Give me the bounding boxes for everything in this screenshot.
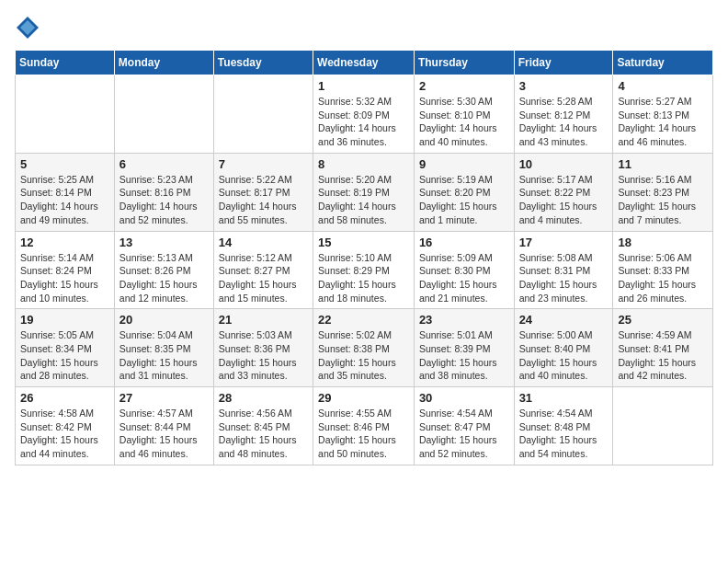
- day-number: 8: [318, 157, 409, 171]
- calendar-cell: 31Sunrise: 4:54 AMSunset: 8:48 PMDayligh…: [514, 387, 613, 465]
- day-info: Sunrise: 5:05 AMSunset: 8:34 PMDaylight:…: [20, 328, 109, 383]
- day-number: 26: [20, 391, 109, 405]
- day-header-thursday: Thursday: [414, 51, 514, 75]
- calendar-cell: 21Sunrise: 5:03 AMSunset: 8:36 PMDayligh…: [213, 309, 313, 387]
- day-header-wednesday: Wednesday: [313, 51, 415, 75]
- day-info: Sunrise: 5:04 AMSunset: 8:35 PMDaylight:…: [119, 328, 209, 383]
- day-number: 2: [419, 79, 509, 93]
- day-info: Sunrise: 5:30 AMSunset: 8:10 PMDaylight:…: [419, 95, 509, 149]
- day-info: Sunrise: 4:54 AMSunset: 8:47 PMDaylight:…: [419, 407, 509, 461]
- calendar-cell: 26Sunrise: 4:58 AMSunset: 8:42 PMDayligh…: [16, 387, 115, 465]
- day-number: 19: [20, 313, 109, 327]
- day-info: Sunrise: 4:57 AMSunset: 8:44 PMDaylight:…: [119, 407, 209, 461]
- calendar-cell: 29Sunrise: 4:55 AMSunset: 8:46 PMDayligh…: [313, 387, 415, 465]
- calendar-cell: 16Sunrise: 5:09 AMSunset: 8:30 PMDayligh…: [414, 231, 514, 309]
- calendar-week-row: 1Sunrise: 5:32 AMSunset: 8:09 PMDaylight…: [16, 75, 713, 154]
- calendar-cell: 3Sunrise: 5:28 AMSunset: 8:12 PMDaylight…: [514, 75, 613, 154]
- calendar-cell: 25Sunrise: 4:59 AMSunset: 8:41 PMDayligh…: [613, 309, 713, 387]
- calendar-cell: 17Sunrise: 5:08 AMSunset: 8:31 PMDayligh…: [514, 231, 613, 309]
- calendar-cell: 12Sunrise: 5:14 AMSunset: 8:24 PMDayligh…: [16, 231, 115, 309]
- calendar-cell: 6Sunrise: 5:23 AMSunset: 8:16 PMDaylight…: [114, 153, 213, 231]
- day-header-sunday: Sunday: [16, 51, 115, 75]
- day-info: Sunrise: 5:27 AMSunset: 8:13 PMDaylight:…: [618, 95, 708, 149]
- calendar-table: SundayMondayTuesdayWednesdayThursdayFrid…: [15, 50, 713, 465]
- day-number: 21: [219, 313, 308, 327]
- day-info: Sunrise: 5:02 AMSunset: 8:38 PMDaylight:…: [318, 328, 409, 383]
- day-info: Sunrise: 5:20 AMSunset: 8:19 PMDaylight:…: [318, 173, 409, 227]
- day-info: Sunrise: 5:28 AMSunset: 8:12 PMDaylight:…: [519, 95, 609, 149]
- day-header-tuesday: Tuesday: [213, 51, 313, 75]
- day-number: 9: [419, 157, 509, 171]
- day-number: 7: [219, 157, 308, 171]
- day-number: 4: [618, 79, 708, 93]
- day-number: 31: [519, 391, 609, 405]
- logo-icon: [15, 15, 40, 40]
- calendar-week-row: 5Sunrise: 5:25 AMSunset: 8:14 PMDaylight…: [16, 153, 713, 231]
- calendar-cell: [16, 75, 115, 154]
- calendar-cell: [114, 75, 213, 154]
- day-info: Sunrise: 5:00 AMSunset: 8:40 PMDaylight:…: [519, 328, 609, 383]
- day-info: Sunrise: 5:06 AMSunset: 8:33 PMDaylight:…: [618, 251, 708, 305]
- day-number: 27: [119, 391, 209, 405]
- day-info: Sunrise: 5:32 AMSunset: 8:09 PMDaylight:…: [318, 95, 409, 149]
- day-info: Sunrise: 4:56 AMSunset: 8:45 PMDaylight:…: [219, 407, 308, 461]
- day-number: 16: [419, 236, 509, 249]
- day-info: Sunrise: 5:13 AMSunset: 8:26 PMDaylight:…: [119, 251, 209, 305]
- day-info: Sunrise: 5:22 AMSunset: 8:17 PMDaylight:…: [219, 173, 308, 227]
- day-number: 20: [119, 313, 209, 327]
- day-info: Sunrise: 4:58 AMSunset: 8:42 PMDaylight:…: [20, 407, 109, 461]
- day-info: Sunrise: 5:16 AMSunset: 8:23 PMDaylight:…: [618, 173, 708, 227]
- calendar-cell: 7Sunrise: 5:22 AMSunset: 8:17 PMDaylight…: [213, 153, 313, 231]
- day-number: 1: [318, 79, 409, 93]
- day-info: Sunrise: 5:10 AMSunset: 8:29 PMDaylight:…: [318, 251, 409, 305]
- calendar-cell: 5Sunrise: 5:25 AMSunset: 8:14 PMDaylight…: [16, 153, 115, 231]
- calendar-cell: 23Sunrise: 5:01 AMSunset: 8:39 PMDayligh…: [414, 309, 514, 387]
- calendar-cell: 9Sunrise: 5:19 AMSunset: 8:20 PMDaylight…: [414, 153, 514, 231]
- logo: [15, 15, 44, 40]
- day-number: 24: [519, 313, 609, 327]
- calendar-cell: 4Sunrise: 5:27 AMSunset: 8:13 PMDaylight…: [613, 75, 713, 154]
- day-info: Sunrise: 4:55 AMSunset: 8:46 PMDaylight:…: [318, 407, 409, 461]
- day-info: Sunrise: 4:59 AMSunset: 8:41 PMDaylight:…: [618, 328, 708, 383]
- day-number: 25: [618, 313, 708, 327]
- calendar-cell: 18Sunrise: 5:06 AMSunset: 8:33 PMDayligh…: [613, 231, 713, 309]
- calendar-cell: 1Sunrise: 5:32 AMSunset: 8:09 PMDaylight…: [313, 75, 415, 154]
- day-number: 18: [618, 236, 708, 249]
- calendar-cell: 20Sunrise: 5:04 AMSunset: 8:35 PMDayligh…: [114, 309, 213, 387]
- calendar-cell: 14Sunrise: 5:12 AMSunset: 8:27 PMDayligh…: [213, 231, 313, 309]
- day-number: 6: [119, 157, 209, 171]
- day-info: Sunrise: 5:23 AMSunset: 8:16 PMDaylight:…: [119, 173, 209, 227]
- page-header: [15, 15, 713, 40]
- day-info: Sunrise: 5:14 AMSunset: 8:24 PMDaylight:…: [20, 251, 109, 305]
- calendar-week-row: 12Sunrise: 5:14 AMSunset: 8:24 PMDayligh…: [16, 231, 713, 309]
- day-info: Sunrise: 5:17 AMSunset: 8:22 PMDaylight:…: [519, 173, 609, 227]
- calendar-header-row: SundayMondayTuesdayWednesdayThursdayFrid…: [16, 51, 713, 75]
- day-number: 11: [618, 157, 708, 171]
- day-number: 28: [219, 391, 308, 405]
- day-number: 13: [119, 236, 209, 249]
- day-number: 30: [419, 391, 509, 405]
- calendar-cell: 22Sunrise: 5:02 AMSunset: 8:38 PMDayligh…: [313, 309, 415, 387]
- day-info: Sunrise: 5:03 AMSunset: 8:36 PMDaylight:…: [219, 328, 308, 383]
- day-header-saturday: Saturday: [613, 51, 713, 75]
- day-info: Sunrise: 5:19 AMSunset: 8:20 PMDaylight:…: [419, 173, 509, 227]
- calendar-cell: 11Sunrise: 5:16 AMSunset: 8:23 PMDayligh…: [613, 153, 713, 231]
- calendar-cell: 10Sunrise: 5:17 AMSunset: 8:22 PMDayligh…: [514, 153, 613, 231]
- calendar-cell: 2Sunrise: 5:30 AMSunset: 8:10 PMDaylight…: [414, 75, 514, 154]
- calendar-cell: 19Sunrise: 5:05 AMSunset: 8:34 PMDayligh…: [16, 309, 115, 387]
- day-info: Sunrise: 4:54 AMSunset: 8:48 PMDaylight:…: [519, 407, 609, 461]
- day-number: 10: [519, 157, 609, 171]
- calendar-cell: 30Sunrise: 4:54 AMSunset: 8:47 PMDayligh…: [414, 387, 514, 465]
- day-number: 17: [519, 236, 609, 249]
- calendar-cell: [213, 75, 313, 154]
- day-info: Sunrise: 5:12 AMSunset: 8:27 PMDaylight:…: [219, 251, 308, 305]
- calendar-cell: 28Sunrise: 4:56 AMSunset: 8:45 PMDayligh…: [213, 387, 313, 465]
- day-info: Sunrise: 5:01 AMSunset: 8:39 PMDaylight:…: [419, 328, 509, 383]
- day-number: 3: [519, 79, 609, 93]
- day-header-monday: Monday: [114, 51, 213, 75]
- calendar-cell: 27Sunrise: 4:57 AMSunset: 8:44 PMDayligh…: [114, 387, 213, 465]
- calendar-cell: 8Sunrise: 5:20 AMSunset: 8:19 PMDaylight…: [313, 153, 415, 231]
- day-info: Sunrise: 5:08 AMSunset: 8:31 PMDaylight:…: [519, 251, 609, 305]
- calendar-cell: [613, 387, 713, 465]
- calendar-week-row: 26Sunrise: 4:58 AMSunset: 8:42 PMDayligh…: [16, 387, 713, 465]
